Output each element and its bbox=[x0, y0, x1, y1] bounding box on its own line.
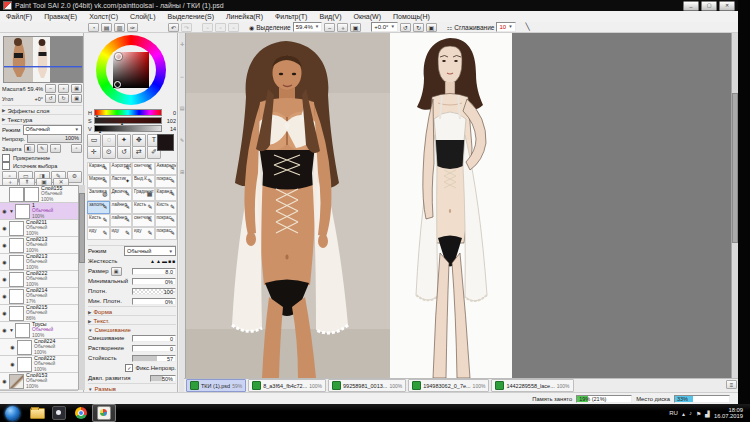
tool-cell-selected[interactable]: заполн.✎ bbox=[87, 201, 110, 214]
visibility-eye-icon[interactable]: ◉ bbox=[0, 259, 9, 265]
persistence-slider[interactable]: 57 bbox=[132, 355, 176, 362]
zoom-combobox[interactable]: 59.4% ▼ bbox=[293, 22, 322, 32]
layer-row-selected[interactable]: ◉ ▼ 1 Обычный 100% bbox=[0, 203, 78, 220]
layer-row[interactable]: ◉ Слой213 Обычный 100% bbox=[0, 237, 78, 254]
tool-cell[interactable]: лайнер✎ bbox=[110, 214, 133, 227]
action-center-flag-icon[interactable]: ⚑ bbox=[696, 410, 701, 417]
visibility-eye-icon[interactable]: ◉ bbox=[8, 344, 17, 350]
scale-minus-button[interactable]: − bbox=[45, 84, 56, 93]
selection-source-checkbox[interactable] bbox=[2, 162, 10, 170]
blend-field[interactable]: 0 bbox=[132, 335, 176, 342]
angle-reset-button[interactable]: ▣ bbox=[71, 94, 82, 103]
rotate-ccw-button[interactable]: ↺ bbox=[400, 23, 411, 32]
visibility-eye-icon[interactable]: ◉ bbox=[0, 208, 9, 214]
chrome-taskbar-icon[interactable] bbox=[70, 405, 92, 421]
visibility-eye-icon[interactable]: ◉ bbox=[0, 225, 9, 231]
menu-item-filter[interactable]: Фильтр(T) bbox=[269, 13, 313, 20]
layer-row[interactable]: Слой155 Обычный 100% bbox=[0, 186, 78, 203]
scale-plus-button[interactable]: ＋ bbox=[58, 84, 69, 93]
zoom-tool-icon[interactable]: ⊙ bbox=[102, 146, 116, 159]
hardness-shape-icons[interactable]: ▲▲▬■■ bbox=[150, 258, 176, 264]
tool-cell[interactable]: иду✎ bbox=[132, 227, 155, 240]
magic-wand-icon[interactable]: ✦ bbox=[117, 134, 131, 147]
layer-folder-row[interactable]: ◉ ▼ Трусы Обычный 100% bbox=[0, 322, 78, 339]
layer-opacity-slider[interactable]: 100% bbox=[27, 134, 82, 143]
close-button[interactable]: ✕ bbox=[719, 1, 735, 11]
color-wheel-toggle-icon[interactable]: ◔ bbox=[88, 23, 99, 32]
menu-item-edit[interactable]: Правка(E) bbox=[38, 13, 83, 20]
canvas-viewport[interactable] bbox=[186, 33, 731, 378]
panel-left-toggle-icon[interactable]: ▤ bbox=[101, 23, 112, 32]
menu-item-window[interactable]: Окна(W) bbox=[347, 13, 387, 20]
layer-row[interactable]: ◉ Слой211 Обычный 100% bbox=[0, 220, 78, 237]
menu-item-help[interactable]: Помощь(H) bbox=[387, 13, 436, 20]
layer-mode-select[interactable]: Обычный ▼ bbox=[23, 125, 83, 135]
tool-cell[interactable]: Кисть✎ bbox=[132, 201, 155, 214]
min-density-field[interactable]: 0% bbox=[132, 298, 176, 305]
tool-cell[interactable]: Каранд.✎ bbox=[155, 188, 178, 201]
brush-mode-select[interactable]: Обычный ▼ bbox=[124, 246, 176, 256]
visibility-eye-icon[interactable]: ◉ bbox=[0, 242, 9, 248]
tool-cell[interactable]: Кисть✎ bbox=[87, 214, 110, 227]
texture-section[interactable]: ▶ Текстура bbox=[2, 114, 82, 124]
flip-view-icon[interactable]: ⇄ bbox=[132, 146, 146, 159]
value-slider[interactable]: ▲ bbox=[94, 125, 162, 132]
tool-cell[interactable]: Каранд.✎ bbox=[87, 162, 110, 175]
document-tab-active[interactable]: ТКИ (1).psd 59% bbox=[186, 379, 246, 392]
explorer-taskbar-icon[interactable] bbox=[26, 405, 48, 421]
rotation-combobox[interactable]: +0.0° ▼ bbox=[371, 22, 398, 32]
panel-right-toggle-icon[interactable]: ▥ bbox=[114, 23, 125, 32]
panel-divider-strip[interactable]: ✛ ↔ ▤ ✎ ⊞ bbox=[179, 33, 186, 392]
document-tab[interactable]: 194983062_0_7e... 100% bbox=[408, 379, 489, 392]
taskbar-clock[interactable]: 18:09 16.07.2019 bbox=[714, 407, 746, 420]
stabilizer-combobox[interactable]: 10 ▼ bbox=[496, 22, 515, 32]
app-taskbar-icon[interactable] bbox=[48, 405, 70, 421]
show-hidden-icons[interactable]: ▴ bbox=[682, 410, 685, 417]
zoom-in-button[interactable]: ＋ bbox=[337, 23, 348, 32]
visibility-eye-icon[interactable]: ◉ bbox=[0, 327, 9, 333]
layers-scrollbar[interactable] bbox=[78, 185, 85, 390]
size-unit-button[interactable]: ▣ bbox=[111, 267, 122, 276]
tool-cell[interactable]: скетчинг✎ bbox=[132, 214, 155, 227]
undo-button[interactable]: ↶ bbox=[168, 23, 179, 32]
visibility-eye-icon[interactable]: ◉ bbox=[0, 310, 9, 316]
tool-cell[interactable]: Кисть✎ bbox=[155, 201, 178, 214]
layer-row[interactable]: ◉ Слой214 Обычный 17% bbox=[0, 288, 78, 305]
visibility-eye-icon[interactable]: ◉ bbox=[0, 276, 9, 282]
layer-row[interactable]: ◉ Слой153 Обычный 100% bbox=[0, 373, 78, 390]
menu-item-canvas[interactable]: Холст(C) bbox=[83, 13, 124, 20]
menu-item-layer[interactable]: Слой(L) bbox=[124, 13, 162, 20]
tool-cell[interactable]: Аэрограф✎ bbox=[110, 162, 133, 175]
keep-opacity-checkbox[interactable]: ✓ bbox=[125, 364, 133, 372]
pan-tool-icon[interactable]: ✛ bbox=[87, 146, 101, 159]
layer-row[interactable]: ◉ Слой222 Обычный 100% bbox=[0, 356, 78, 373]
tool-cell[interactable]: Акварель✎ bbox=[155, 162, 178, 175]
move-tool-icon[interactable]: ✥ bbox=[132, 134, 146, 147]
visibility-eye-icon[interactable]: ◉ bbox=[0, 378, 9, 384]
lock-position-icon[interactable]: ＋ bbox=[50, 144, 61, 153]
saturation-slider[interactable]: ▲ bbox=[94, 117, 162, 124]
menu-item-ruler[interactable]: Линейка(R) bbox=[220, 13, 269, 20]
sai-taskbar-button[interactable] bbox=[92, 404, 116, 422]
selection-source-row[interactable]: Источник выбора bbox=[2, 162, 82, 170]
rotate-cw-button[interactable]: ↻ bbox=[413, 23, 424, 32]
toolbar-button-3[interactable]: ▫ bbox=[228, 23, 239, 32]
tool-cell[interactable]: лайнер✎ bbox=[110, 201, 133, 214]
rotate-reset-button[interactable]: ▣ bbox=[426, 23, 437, 32]
rotate-view-icon[interactable]: ↺ bbox=[117, 146, 131, 159]
scale-reset-button[interactable]: ▣ bbox=[71, 84, 82, 93]
navigator-thumbnail[interactable] bbox=[3, 36, 83, 83]
lock-transparency-icon[interactable]: ◧ bbox=[24, 144, 35, 153]
layer-row[interactable]: ◉ Слой224 Обычный 100% bbox=[0, 339, 78, 356]
tool-cell[interactable]: иду✎ bbox=[110, 227, 133, 240]
delete-lock-icon[interactable]: ▫ bbox=[71, 144, 82, 153]
layer-row[interactable]: ◉ Слой213 Обычный 100% bbox=[0, 254, 78, 271]
layer-row[interactable]: ◉ Слой222 Обычный 100% bbox=[0, 271, 78, 288]
network-icon[interactable]: ▟ bbox=[705, 410, 710, 417]
size-slider[interactable]: 8.0 bbox=[132, 268, 176, 275]
dilution-field[interactable]: 0 bbox=[132, 345, 176, 352]
rect-select-icon[interactable]: ▭ bbox=[87, 134, 101, 147]
tool-cell[interactable]: Выд.К.✎ bbox=[132, 175, 155, 188]
pressure-slider[interactable]: 50% bbox=[150, 375, 176, 382]
visibility-eye-icon[interactable]: ◉ bbox=[0, 293, 9, 299]
